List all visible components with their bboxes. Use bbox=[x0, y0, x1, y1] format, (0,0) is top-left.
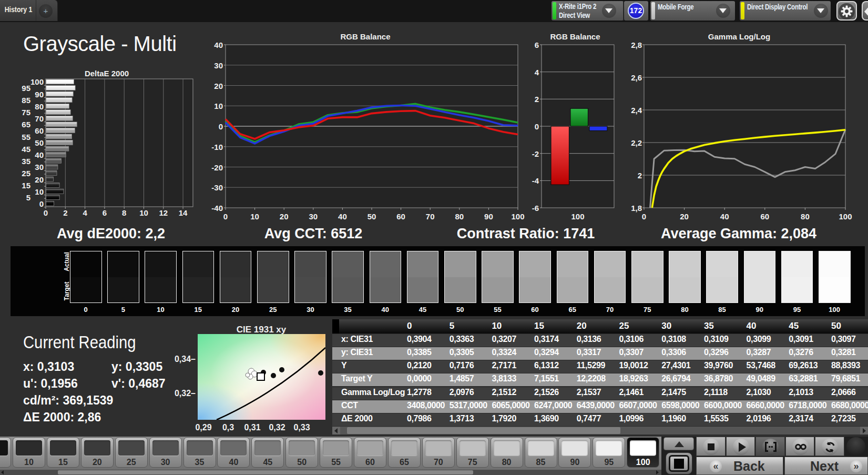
svg-text:0: 0 bbox=[44, 208, 48, 217]
svg-text:10: 10 bbox=[35, 187, 44, 196]
svg-text:0: 0 bbox=[219, 122, 223, 131]
svg-text:70: 70 bbox=[426, 212, 435, 221]
svg-text:2,4: 2,4 bbox=[631, 106, 642, 115]
svg-text:RGB Balance: RGB Balance bbox=[550, 32, 600, 41]
svg-text:95: 95 bbox=[22, 84, 30, 93]
svg-text:-20: -20 bbox=[211, 163, 223, 172]
svg-text:80: 80 bbox=[35, 102, 44, 111]
svg-text:100: 100 bbox=[511, 212, 524, 221]
svg-text:75: 75 bbox=[22, 108, 30, 117]
svg-text:55: 55 bbox=[22, 133, 30, 142]
svg-text:90: 90 bbox=[484, 212, 493, 221]
svg-text:40: 40 bbox=[338, 212, 347, 221]
svg-text:30: 30 bbox=[309, 212, 318, 221]
svg-text:60: 60 bbox=[35, 126, 44, 135]
svg-text:8: 8 bbox=[122, 208, 126, 217]
svg-text:100: 100 bbox=[839, 212, 852, 221]
svg-text:30: 30 bbox=[214, 61, 223, 70]
svg-text:2,2: 2,2 bbox=[631, 138, 642, 147]
svg-text:65: 65 bbox=[22, 120, 30, 129]
svg-text:20: 20 bbox=[280, 212, 289, 221]
svg-text:6: 6 bbox=[535, 41, 539, 49]
svg-text:80: 80 bbox=[801, 212, 810, 221]
svg-text:-2: -2 bbox=[532, 149, 539, 158]
svg-text:-30: -30 bbox=[211, 183, 223, 192]
svg-text:2: 2 bbox=[638, 171, 642, 180]
svg-text:85: 85 bbox=[22, 96, 30, 105]
svg-text:25: 25 bbox=[22, 169, 30, 178]
svg-text:Gamma Log/Log: Gamma Log/Log bbox=[708, 32, 770, 41]
svg-text:4: 4 bbox=[535, 68, 539, 77]
svg-text:100: 100 bbox=[30, 77, 44, 86]
svg-text:40: 40 bbox=[720, 212, 729, 221]
svg-text:14: 14 bbox=[179, 208, 188, 217]
svg-text:60: 60 bbox=[760, 212, 769, 221]
svg-text:35: 35 bbox=[22, 157, 30, 166]
svg-text:30: 30 bbox=[35, 163, 44, 171]
svg-text:2: 2 bbox=[535, 95, 539, 104]
svg-text:40: 40 bbox=[214, 41, 223, 49]
svg-text:20: 20 bbox=[35, 175, 44, 184]
svg-text:RGB Balance: RGB Balance bbox=[340, 32, 390, 41]
svg-text:-10: -10 bbox=[211, 143, 223, 151]
svg-text:70: 70 bbox=[35, 114, 44, 123]
svg-text:2,6: 2,6 bbox=[631, 73, 642, 82]
svg-text:5: 5 bbox=[26, 193, 30, 202]
svg-text:0: 0 bbox=[223, 212, 228, 221]
svg-text:20: 20 bbox=[214, 82, 223, 90]
svg-text:40: 40 bbox=[35, 150, 44, 159]
svg-text:-6: -6 bbox=[532, 204, 539, 213]
svg-text:10: 10 bbox=[250, 212, 259, 221]
svg-text:15: 15 bbox=[22, 181, 30, 190]
svg-text:-40: -40 bbox=[211, 204, 223, 213]
svg-text:10: 10 bbox=[139, 208, 148, 217]
svg-text:20: 20 bbox=[680, 212, 689, 221]
svg-text:12: 12 bbox=[159, 208, 168, 217]
svg-text:2: 2 bbox=[63, 208, 67, 217]
svg-text:0: 0 bbox=[535, 122, 539, 131]
svg-text:50: 50 bbox=[367, 212, 376, 221]
svg-text:0: 0 bbox=[642, 212, 646, 221]
svg-text:4: 4 bbox=[83, 208, 87, 217]
svg-text:0: 0 bbox=[39, 199, 44, 208]
svg-text:6: 6 bbox=[103, 208, 107, 217]
svg-text:100: 100 bbox=[571, 212, 584, 221]
svg-text:10: 10 bbox=[214, 102, 223, 110]
svg-text:DeltaE 2000: DeltaE 2000 bbox=[85, 69, 129, 78]
svg-text:1,8: 1,8 bbox=[631, 204, 642, 213]
svg-text:-4: -4 bbox=[532, 176, 539, 185]
svg-text:50: 50 bbox=[35, 138, 44, 147]
svg-text:80: 80 bbox=[455, 212, 464, 221]
svg-text:90: 90 bbox=[35, 90, 44, 99]
svg-text:2,8: 2,8 bbox=[631, 41, 642, 49]
svg-text:60: 60 bbox=[396, 212, 405, 221]
svg-text:45: 45 bbox=[22, 145, 30, 154]
